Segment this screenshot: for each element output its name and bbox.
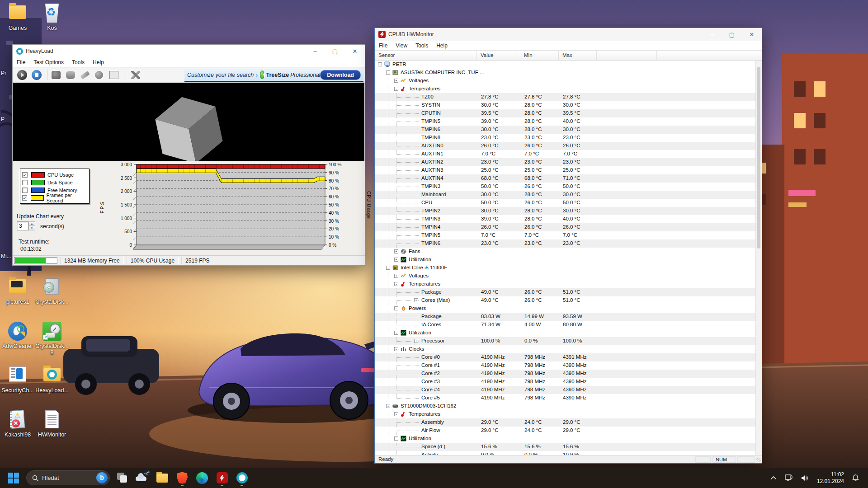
sensor-row-fans[interactable]: +Fans (375, 248, 756, 256)
sensor-row-powers[interactable]: -Powers (375, 305, 756, 313)
sensor-row-core-4[interactable]: Core #44190 MHz798 MHz4390 MHz (375, 386, 756, 394)
menu-test-options[interactable]: Test Options (29, 59, 68, 66)
treesize-ad-banner[interactable]: Customize your file search › TreeSize Pr… (184, 69, 363, 82)
column-max[interactable]: Max (559, 51, 597, 61)
legend-checkbox[interactable] (22, 188, 28, 193)
collapse-toggle[interactable]: - (378, 62, 382, 66)
expand-toggle[interactable]: + (394, 274, 398, 278)
hwmonitor-taskbar-button[interactable] (214, 470, 230, 486)
sensor-row-package[interactable]: Package83.03 W14.99 W93.59 W (375, 313, 756, 321)
sensor-row-utilization[interactable]: -Utilization (375, 329, 756, 337)
brave-browser-button[interactable] (174, 470, 190, 486)
sensor-row-tmpin6[interactable]: TMPIN630.0 °C28.0 °C30.0 °C (375, 126, 756, 134)
start-button[interactable] (5, 470, 22, 486)
close-button[interactable]: ✕ (742, 28, 762, 41)
stop-test-button[interactable] (32, 70, 42, 80)
expand-toggle[interactable]: + (394, 79, 398, 83)
legend-checkbox[interactable]: ✓ (22, 195, 27, 201)
grid-test-icon[interactable] (109, 71, 118, 79)
sensor-row-mainboard[interactable]: Mainboard30.0 °C28.0 °C30.0 °C (375, 191, 756, 199)
sensor-row-systin[interactable]: SYSTIN30.0 °C28.0 °C30.0 °C (375, 101, 756, 109)
minimize-button[interactable]: – (305, 45, 325, 57)
vertical-scrollbar[interactable] (755, 61, 761, 455)
sensor-row-auxtin4[interactable]: AUXTIN468.0 °C68.0 °C71.0 °C (375, 174, 756, 183)
sensor-row-st1000dm003-1ch162[interactable]: -ST1000DM003-1CH162 (375, 402, 756, 410)
hwmonitor-titlebar[interactable]: CPUID HWMonitor – ▢ ✕ (375, 28, 762, 41)
disk-test-icon[interactable] (66, 71, 75, 79)
sensor-row-tmpin5[interactable]: TMPIN57.0 °C7.0 °C7.0 °C (375, 231, 756, 239)
menu-file[interactable]: File (375, 42, 392, 49)
sensor-row-temperatures[interactable]: -Temperatures (375, 410, 756, 418)
task-view-button[interactable] (114, 470, 131, 486)
download-button[interactable]: Download (320, 70, 361, 80)
column-value[interactable]: Value (477, 51, 520, 61)
desktop-icon-heavyload-folder[interactable]: HeavyLoad... (35, 365, 69, 394)
legend-checkbox[interactable] (22, 180, 28, 185)
desktop-icon-adwcleaner[interactable]: AdwCleaner (1, 321, 34, 349)
memory-test-icon[interactable] (80, 71, 90, 80)
volume-icon[interactable] (801, 474, 809, 482)
desktop-icon-pictures1[interactable]: pictures1 (1, 277, 34, 305)
maximize-button[interactable]: ▢ (325, 45, 345, 57)
heavyload-titlebar[interactable]: HeavyLoad – ▢ ✕ (13, 45, 365, 57)
column-min[interactable]: Min (520, 51, 559, 61)
sensor-row-voltages[interactable]: +Voltages (375, 77, 756, 85)
edge-browser-button[interactable] (194, 470, 210, 486)
sensor-row-asustek-computer-inc-tuf-[interactable]: -ASUSTeK COMPUTER INC. TUF ... (375, 69, 756, 77)
sensor-row-auxtin3[interactable]: AUXTIN325.0 °C25.0 °C25.0 °C (375, 166, 756, 174)
sensor-row-utilization[interactable]: +Utilization (375, 256, 756, 264)
spinner-down-icon[interactable]: ▼ (28, 226, 35, 230)
sensor-row-core-3[interactable]: Core #34190 MHz798 MHz4390 MHz (375, 378, 756, 386)
sensor-row-core-2[interactable]: Core #24190 MHz798 MHz4390 MHz (375, 370, 756, 378)
spinner-up-icon[interactable]: ▲ (28, 221, 35, 226)
menu-tools[interactable]: Tools (68, 59, 89, 66)
sensor-row-temperatures[interactable]: -Temperatures (375, 85, 756, 93)
menu-help[interactable]: Help (432, 42, 452, 49)
scrollbar-thumb[interactable] (757, 67, 760, 249)
settings-wrench-icon[interactable] (131, 71, 140, 79)
collapse-toggle[interactable]: - (386, 404, 390, 408)
sensor-row-cputin[interactable]: CPUTIN39.5 °C28.0 °C39.5 °C (375, 109, 756, 117)
sensor-row-tmpin3[interactable]: TMPIN350.0 °C26.0 °C50.0 °C (375, 183, 756, 191)
sensor-row-tmpin5[interactable]: TMPIN539.0 °C28.0 °C40.0 °C (375, 117, 756, 126)
sensor-row-temperatures[interactable]: -Temperatures (375, 280, 756, 288)
collapse-toggle[interactable]: - (394, 412, 398, 416)
search-box[interactable]: Hledat b (26, 470, 110, 485)
collapse-toggle[interactable]: - (394, 306, 398, 310)
sensor-row-auxtin2[interactable]: AUXTIN223.0 °C23.0 °C23.0 °C (375, 158, 756, 166)
sensor-row-assembly[interactable]: Assembly29.0 °C24.0 °C29.0 °C (375, 418, 756, 427)
sensor-row-tmpin4[interactable]: TMPIN426.0 °C26.0 °C26.0 °C (375, 223, 756, 231)
notification-bell-icon[interactable] (852, 474, 859, 482)
collapse-toggle[interactable]: - (394, 87, 398, 91)
collapse-toggle[interactable]: - (386, 70, 390, 75)
sensor-row-ia-cores[interactable]: IA Cores71.34 W4.00 W80.80 W (375, 321, 756, 329)
gpu-test-icon[interactable] (95, 71, 103, 79)
cpu-test-icon[interactable] (52, 71, 61, 79)
expand-toggle[interactable]: + (394, 258, 398, 262)
collapse-toggle[interactable]: - (394, 331, 398, 335)
sensor-row-core-0[interactable]: Core #04190 MHz798 MHz4391 MHz (375, 353, 756, 361)
menu-view[interactable]: View (392, 42, 411, 49)
sensor-row-tmpin6[interactable]: TMPIN623.0 °C23.0 °C23.0 °C (375, 239, 756, 248)
collapse-toggle[interactable]: - (394, 282, 398, 286)
network-icon[interactable] (785, 474, 793, 482)
sensor-row-tmpin3[interactable]: TMPIN339.0 °C28.0 °C40.0 °C (375, 215, 756, 223)
sensor-row-auxtin0[interactable]: AUXTIN026.0 °C26.0 °C26.0 °C (375, 142, 756, 150)
clock-widget[interactable]: 11:02 12.01.2024 (817, 471, 844, 485)
start-test-button[interactable] (17, 70, 27, 80)
expand-toggle[interactable]: + (394, 249, 398, 253)
sensor-row-tmpin8[interactable]: TMPIN823.0 °C23.0 °C23.0 °C (375, 134, 756, 142)
sensor-row-petr[interactable]: -PETR (375, 61, 756, 69)
desktop-icon-securitycheck[interactable]: SecurityCh... (1, 365, 34, 394)
expand-toggle[interactable]: + (414, 298, 418, 302)
sensor-row-voltages[interactable]: +Voltages (375, 272, 756, 280)
menu-help[interactable]: Help (89, 59, 108, 66)
sensor-row-tz00[interactable]: TZ0027.8 °C27.8 °C27.8 °C (375, 93, 756, 101)
collapse-toggle[interactable]: - (394, 347, 398, 351)
sensor-row-processor[interactable]: +Processor100.0 %0.0 %100.0 % (375, 337, 756, 345)
sensor-row-tmpin2[interactable]: TMPIN230.0 °C28.0 °C30.0 °C (375, 207, 756, 215)
collapse-toggle[interactable]: - (386, 266, 390, 270)
tray-overflow-chevron[interactable] (770, 476, 777, 480)
column-sensor[interactable]: Sensor (375, 51, 477, 61)
resize-grip[interactable] (756, 458, 761, 462)
